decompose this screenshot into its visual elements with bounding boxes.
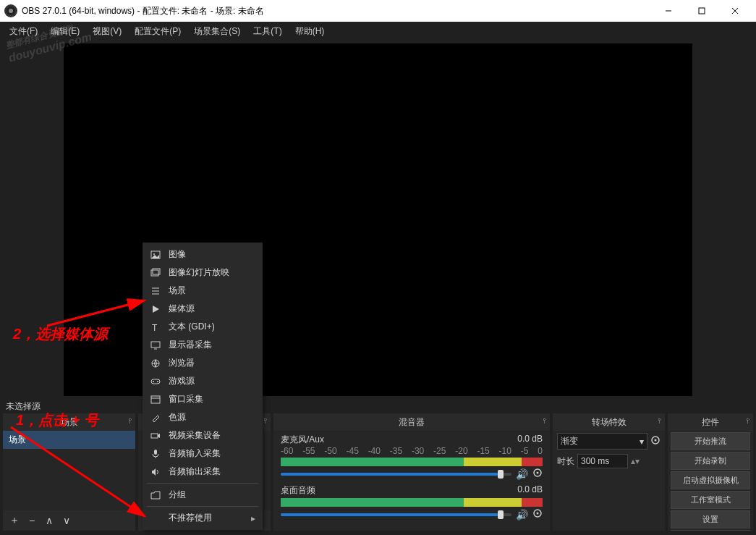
svg-text:T: T xyxy=(152,323,158,332)
menu-help[interactable]: 帮助(H) xyxy=(289,22,331,41)
mic-icon xyxy=(150,449,161,459)
track-name: 桌面音频 xyxy=(281,484,315,497)
close-button[interactable] xyxy=(718,0,752,22)
settings-button[interactable]: 设置 xyxy=(671,510,750,528)
image-icon xyxy=(150,250,161,260)
mixer-title: 混音器 xyxy=(399,416,425,429)
menu-tools[interactable]: 工具(T) xyxy=(247,22,288,41)
scene-item[interactable]: 场景 xyxy=(3,431,135,449)
svg-rect-29 xyxy=(151,396,160,403)
track-db: 0.0 dB xyxy=(517,484,543,497)
camera-icon xyxy=(150,431,161,441)
window-icon xyxy=(150,395,161,405)
popout-icon[interactable]: ⫯ xyxy=(746,416,750,425)
audio-meter xyxy=(281,458,543,466)
start-recording-button[interactable]: 开始录制 xyxy=(671,452,750,470)
media-icon xyxy=(150,304,161,314)
menu-profile[interactable]: 配置文件(P) xyxy=(128,22,187,41)
svg-point-9 xyxy=(537,472,539,474)
volume-slider[interactable] xyxy=(281,473,511,476)
studio-mode-button[interactable]: 工作室模式 xyxy=(671,491,750,509)
ctx-slideshow[interactable]: 图像幻灯片放映 xyxy=(143,264,263,282)
browser-icon xyxy=(150,358,161,368)
scenes-toolbar: ＋ − ∧ ∨ xyxy=(3,510,135,531)
menu-edit[interactable]: 编辑(E) xyxy=(44,22,86,41)
spinner-icon[interactable]: ▴▾ xyxy=(631,456,640,466)
duration-input[interactable] xyxy=(577,454,628,468)
track-settings-button[interactable] xyxy=(532,468,543,480)
ctx-color[interactable]: 色源 xyxy=(143,408,263,426)
popout-icon[interactable]: ⫯ xyxy=(543,416,547,425)
ctx-video-capture[interactable]: 视频采集设备 xyxy=(143,426,263,445)
transitions-panel: 转场特效⫯ 渐变▾ 时长 ▴▾ xyxy=(553,413,665,531)
svg-point-27 xyxy=(153,381,154,382)
volume-slider[interactable] xyxy=(281,513,511,516)
maximize-button[interactable] xyxy=(685,0,718,22)
exit-button[interactable]: 退出 xyxy=(671,530,750,531)
ctx-group[interactable]: 分组 xyxy=(143,486,263,504)
minimize-button[interactable] xyxy=(652,0,685,22)
ctx-window[interactable]: 窗口采集 xyxy=(143,390,263,408)
app-icon xyxy=(4,4,17,17)
slideshow-icon xyxy=(150,268,161,278)
popout-icon[interactable]: ⫯ xyxy=(658,416,662,425)
duration-label: 时长 xyxy=(557,455,574,468)
track-name: 麦克风/Aux xyxy=(281,434,324,446)
svg-rect-3 xyxy=(699,8,705,14)
transition-select[interactable]: 渐变▾ xyxy=(557,433,647,450)
ctx-audio-output[interactable]: 音频输出采集 xyxy=(143,463,263,481)
scene-down-button[interactable]: ∨ xyxy=(59,513,74,528)
scene-up-button[interactable]: ∧ xyxy=(42,513,56,528)
svg-point-28 xyxy=(157,381,158,382)
mixer-panel: 混音器⫯ 麦克风/Aux 0.0 dB -60-55-50-45-40-35-3… xyxy=(273,413,550,531)
popout-icon[interactable]: ⫯ xyxy=(128,416,132,425)
menu-file[interactable]: 文件(F) xyxy=(3,22,44,41)
add-source-menu: 图像 图像幻灯片放映 场景 媒体源 T文本 (GDI+) 显示器采集 浏览器 游… xyxy=(143,243,263,530)
transitions-title: 转场特效 xyxy=(592,416,627,429)
game-icon xyxy=(150,376,161,387)
svg-point-13 xyxy=(655,439,657,442)
remove-scene-button[interactable]: − xyxy=(25,513,39,528)
svg-point-11 xyxy=(537,513,539,515)
menu-bar: 文件(F) 编辑(E) 视图(V) 配置文件(P) 场景集合(S) 工具(T) … xyxy=(0,22,756,41)
ctx-browser[interactable]: 浏览器 xyxy=(143,354,263,372)
title-bar: OBS 27.0.1 (64-bit, windows) - 配置文件: 未命名… xyxy=(0,0,756,22)
display-icon xyxy=(150,340,161,350)
add-scene-button[interactable]: ＋ xyxy=(7,513,22,528)
scenes-panel: 场景⫯ 场景 ＋ − ∧ ∨ xyxy=(3,413,135,531)
color-icon xyxy=(150,413,161,423)
ctx-game[interactable]: 游戏源 xyxy=(143,372,263,390)
start-virtual-cam-button[interactable]: 启动虚拟摄像机 xyxy=(671,471,750,489)
text-icon: T xyxy=(150,322,161,332)
ctx-display[interactable]: 显示器采集 xyxy=(143,336,263,354)
svg-rect-22 xyxy=(151,342,160,347)
speaker-icon[interactable]: 🔊 xyxy=(516,509,528,521)
ctx-audio-input[interactable]: 音频输入采集 xyxy=(143,445,263,463)
controls-title: 控件 xyxy=(702,416,719,429)
controls-panel: 控件⫯ 开始推流 开始录制 启动虚拟摄像机 工作室模式 设置 退出 xyxy=(668,413,753,531)
ctx-deprecated[interactable]: 不推荐使用▸ xyxy=(143,509,263,527)
no-source-label: 未选择源 xyxy=(6,400,41,413)
menu-scene-collection[interactable]: 场景集合(S) xyxy=(187,22,247,41)
window-title: OBS 27.0.1 (64-bit, windows) - 配置文件: 未命名… xyxy=(22,5,652,17)
svg-rect-31 xyxy=(151,434,158,438)
start-streaming-button[interactable]: 开始推流 xyxy=(671,432,750,450)
speaker-icon[interactable]: 🔊 xyxy=(516,468,528,480)
status-row: 未选择源 ⫯ xyxy=(0,399,756,413)
popout-icon[interactable]: ⫯ xyxy=(263,416,268,425)
audio-meter xyxy=(281,498,543,507)
svg-point-1 xyxy=(9,9,13,13)
scene-icon xyxy=(150,286,161,296)
transition-props-button[interactable] xyxy=(650,435,661,447)
db-scale: -60-55-50-45-40-35-30-25-20-15-10-50 xyxy=(281,446,543,456)
scenes-title: 场景 xyxy=(61,416,78,429)
folder-icon xyxy=(150,490,161,500)
ctx-text[interactable]: T文本 (GDI+) xyxy=(143,318,263,336)
ctx-media[interactable]: 媒体源 xyxy=(143,300,263,318)
menu-view[interactable]: 视图(V) xyxy=(86,22,128,41)
track-db: 0.0 dB xyxy=(517,434,543,446)
ctx-image[interactable]: 图像 xyxy=(143,245,263,264)
track-settings-button[interactable] xyxy=(532,508,543,521)
ctx-scene[interactable]: 场景 xyxy=(143,282,263,300)
svg-rect-32 xyxy=(154,450,157,455)
